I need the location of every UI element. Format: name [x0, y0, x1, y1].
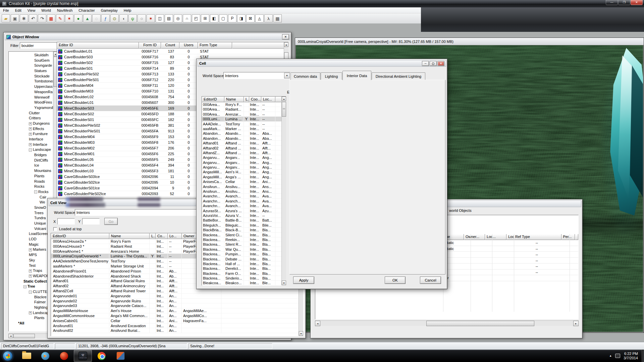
dialog-cell-row[interactable]: BlackBria... Black-B... Inte... Bla...	[202, 228, 286, 232]
dialog-cell-row[interactable]: Bilegulch... Bilegulc... Inte... Bile...	[202, 223, 286, 228]
dialog-cell-row[interactable]: BattleBor... Battle-B... Inte... Batt...	[202, 218, 286, 223]
show-desktop-button[interactable]	[642, 350, 644, 362]
toolbar-redo-button[interactable]: ↷	[38, 14, 46, 22]
tree-item[interactable]: WoodFires	[9, 100, 58, 105]
maximize-button[interactable]: ❐	[618, 0, 630, 5]
tree-item[interactable]: Mountains	[9, 168, 58, 174]
toolbar-window-clock-button[interactable]: ◎	[174, 14, 182, 22]
column-header[interactable]: Loc...	[261, 97, 275, 102]
dialog-cell-row[interactable]: Blackrea... Farm O... Inte... Bla...	[202, 271, 286, 276]
toolbar-snap-grid-button[interactable]: ▦	[47, 14, 55, 22]
taskbar-chrome-icon[interactable]	[93, 350, 111, 362]
tree-item[interactable]: YsgramorsB	[9, 105, 58, 111]
dialog-cell-row[interactable]: AngasMill... Anga's ... Inte... Ang...	[202, 175, 286, 179]
tree-item[interactable]: Statues	[9, 68, 58, 74]
toolbar-undo-button[interactable]: ↶	[29, 14, 37, 22]
tree-item[interactable]: WeaponRa	[9, 89, 58, 95]
menu-view[interactable]: View	[24, 7, 39, 13]
start-button[interactable]	[3, 351, 13, 361]
toolbar-light-radius-button[interactable]: ◌	[92, 14, 101, 22]
tree-expander-icon[interactable]: +	[29, 127, 32, 130]
dialog-cell-row[interactable]: Blackrea... Silent Ci... Inte... Bla...	[202, 233, 286, 237]
scroll-down-arrow[interactable]: ▼	[282, 281, 286, 285]
column-header[interactable]: Editor ID	[57, 42, 139, 49]
go-button[interactable]: Go	[104, 218, 118, 225]
tree-item[interactable]: Skuldafn	[9, 53, 58, 58]
scroll-left-arrow[interactable]: ◄	[315, 321, 320, 326]
column-header[interactable]: Form Type	[198, 42, 232, 49]
menu-edit[interactable]: Edit	[12, 7, 24, 13]
dialog-cell-row[interactable]: Ansilvun... Ansilvu... Inte... Ans...	[202, 189, 286, 194]
column-header[interactable]: Owner...	[464, 234, 485, 240]
toolbar-window-room-button[interactable]: ◰	[192, 14, 200, 22]
close-button[interactable]: ✕	[631, 0, 643, 5]
column-header[interactable]: L..	[150, 233, 156, 239]
dialog-cell-row[interactable]: Bleakcoa... Bleakco... Inte... Ble...	[202, 281, 286, 285]
scroll-left-arrow[interactable]: ◄	[8, 334, 13, 338]
cell-row[interactable]: AnisesCabin01 Cellar Int... Ani... Hagra…	[51, 318, 304, 323]
toolbar-snap-reference-button[interactable]: ✶	[65, 14, 73, 22]
tree-expander-icon[interactable]: -	[29, 291, 32, 294]
tab-common-data[interactable]: Common data	[290, 72, 320, 80]
world-space-select[interactable]: Interiors▼	[223, 72, 290, 79]
taskbar-media-player-icon[interactable]: ▶	[36, 350, 54, 362]
dialog-cell-row[interactable]: Blackrea... Hall of ... Inte... Bla...	[202, 261, 286, 266]
tree-item[interactable]: +Furniture	[9, 131, 58, 137]
tree-item[interactable]: Stockade	[9, 74, 58, 79]
object-list-row[interactable]: CavelBoulderL01 0006F717 137 0 STAT	[57, 49, 288, 54]
dialog-cell-row[interactable]: AAADele... TestTony Inte... --	[202, 122, 286, 126]
dialog-cell-row[interactable]: AzurasSt... Azura's ... Inte... Azu...	[202, 208, 286, 213]
dialog-cell-row[interactable]: Blackrea... Debate ... Inte... Bla...	[202, 257, 286, 261]
scroll-up-arrow[interactable]: ▲	[284, 42, 288, 47]
dialog-list-vertical-scrollbar[interactable]: ▲ ▼	[281, 97, 286, 285]
dialog-cell-row[interactable]: Angarvu... Angarv... Inte... Ang...	[202, 165, 286, 170]
tree-item[interactable]: Tombstones	[9, 79, 58, 84]
tree-item[interactable]: Bridges	[9, 153, 58, 158]
tree-item[interactable]: SoulGem	[9, 58, 58, 63]
tree-item[interactable]: -Rocks	[9, 189, 58, 195]
cell-row[interactable]: AngasMillAerisHouse Aeri's House Int... …	[51, 308, 304, 313]
dialog-cell-row[interactable]: Abandon... Abando... Inte... Aba...	[202, 131, 286, 136]
toolbar-window-b-button[interactable]: ◬	[255, 14, 264, 22]
tab-interior-data[interactable]: Interior Data	[342, 71, 371, 80]
tree-item[interactable]: Plants	[9, 174, 58, 179]
toolbar-window-q-button[interactable]: ◨	[237, 14, 246, 22]
column-header[interactable]: Form ID	[139, 42, 161, 49]
dialog-maximize-icon[interactable]: ▢	[430, 61, 437, 66]
tree-item[interactable]: Roads	[9, 179, 58, 184]
tree-item[interactable]: DirtCliffs	[9, 158, 58, 163]
dialog-cell-row[interactable]: Blackrea... Pumpin... Inte... Bla...	[202, 252, 286, 256]
scroll-thumb[interactable]	[426, 321, 534, 326]
cell-row[interactable]: AngasMillCommonHouse Anga's Mill Common.…	[51, 313, 304, 318]
taskbar-app-icon[interactable]	[111, 350, 129, 362]
dialog-cell-row[interactable]: Avanchn... Avanch... Inte... Ava...	[202, 194, 286, 198]
tree-expander-icon[interactable]: -	[29, 148, 32, 152]
dialog-cell-row[interactable]: Alftand02 Alftand ... Inte... Alft...	[202, 146, 286, 150]
scroll-thumb[interactable]	[13, 334, 35, 338]
toolbar-snap-angle-button[interactable]: ✎	[56, 14, 64, 22]
dialog-close-icon[interactable]: ✕	[437, 61, 444, 66]
tree-expander-icon[interactable]: +	[29, 248, 32, 251]
column-header[interactable]: Name	[224, 97, 244, 102]
toolbar-grid-2-button[interactable]: ▩	[273, 14, 282, 22]
tree-expander-icon[interactable]: +	[29, 311, 32, 314]
toolbar-window-shell-button[interactable]: ◧	[210, 14, 218, 22]
tab-directional-ambient-lighting[interactable]: Directional Ambient Lighting	[372, 72, 425, 80]
dialog-cell-row[interactable]: Blackrea... Sinderio... Inte... Bla...	[202, 276, 286, 281]
tray-icon[interactable]	[615, 354, 620, 358]
main-title-bar[interactable]: ⚒ Creation Kit - [purple crystal home.es…	[0, 0, 644, 7]
dialog-cell-row[interactable]: Avanchn... Avanch... Inte... Ava...	[202, 199, 286, 203]
column-header[interactable]: Count	[161, 42, 179, 49]
dialog-cell-list[interactable]: EditorIDNameL...Coo...Loc... 000Area... …	[202, 96, 286, 286]
dialog-cell-row[interactable]: Alftand01 Alftand ... Inte... Alft...	[202, 141, 286, 145]
cell-row[interactable]: Ansilvund02 Ansilvund Burial... Int... A…	[51, 328, 304, 333]
x-input[interactable]	[57, 218, 75, 225]
cell-row[interactable]: Ansilvund01 Ansilvund Excavation Int... …	[51, 323, 304, 328]
tree-expander-icon[interactable]: +	[29, 122, 32, 125]
loaded-at-top-checkbox[interactable]	[53, 227, 57, 231]
menu-file[interactable]: File	[0, 7, 12, 13]
toolbar-window-door-button[interactable]: ▤	[165, 14, 173, 22]
scroll-thumb[interactable]	[282, 102, 286, 117]
tree-item[interactable]: +Interface	[9, 142, 58, 147]
toolbar-window-x-button[interactable]: ⊠	[246, 14, 255, 22]
